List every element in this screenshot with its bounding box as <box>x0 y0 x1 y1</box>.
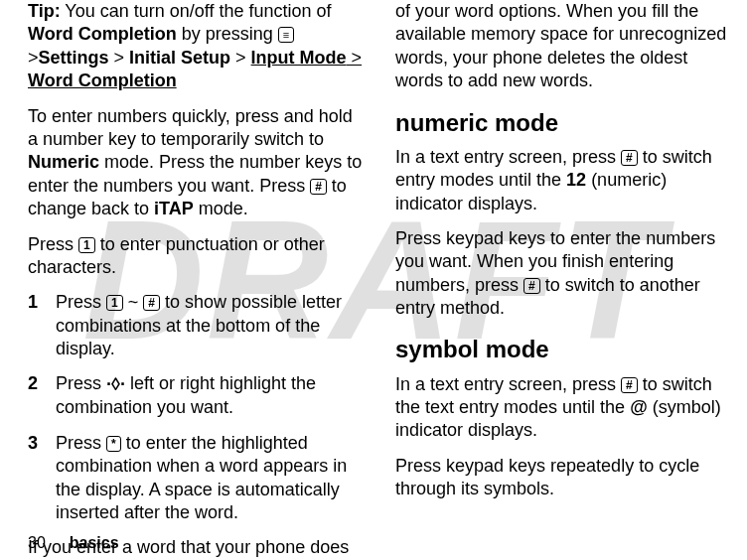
hash-key-icon: # <box>310 179 327 195</box>
step-number: 2 <box>28 372 56 419</box>
tip-gt2: > <box>109 48 130 68</box>
text: Press <box>56 373 106 393</box>
tip-label: Tip: <box>28 1 61 21</box>
text: mode. <box>194 199 248 218</box>
tip-word-completion-2: Word Completion <box>28 70 177 90</box>
symbol-mode-heading: symbol mode <box>395 334 733 364</box>
tip-text-1: You can turn on/off the function of <box>61 1 332 21</box>
text: To enter numbers quickly, press and hold… <box>28 106 353 149</box>
numeric-mode-p1: In a text entry screen, press # to switc… <box>395 146 733 215</box>
tip-gt4: > <box>347 48 363 68</box>
punctuation-paragraph: Press 1 to enter punctuation or other ch… <box>28 233 366 280</box>
step-number: 1 <box>28 291 56 360</box>
page-number: 30 <box>28 534 46 551</box>
step-1: 1 Press 1 ~ # to show possible letter co… <box>28 291 366 360</box>
step-2: 2 Press ·◊· left or right highlight the … <box>28 372 366 419</box>
step-3: 3 Press * to enter the highlighted combi… <box>28 432 366 525</box>
section-label: basics <box>70 534 119 551</box>
text: Press <box>56 292 106 312</box>
step-number: 3 <box>28 432 56 525</box>
step-body: Press * to enter the highlighted combina… <box>56 432 366 525</box>
indicator-12: 12 <box>566 170 586 190</box>
tip-initial-setup: Initial Setup <box>129 48 230 68</box>
symbol-mode-p2: Press keypad keys repeatedly to cycle th… <box>395 455 733 501</box>
one-key-icon: 1 <box>106 295 123 311</box>
tip-settings: Settings <box>39 48 109 68</box>
numeric-switch-paragraph: To enter numbers quickly, press and hold… <box>28 105 366 221</box>
hash-key-icon: # <box>621 377 638 393</box>
menu-key-icon <box>278 27 294 43</box>
indicator-at: @ <box>630 397 648 417</box>
tip-gt1: > <box>28 48 39 68</box>
star-key-icon: * <box>106 436 121 452</box>
text: Press <box>28 234 78 254</box>
steps-list: 1 Press 1 ~ # to show possible letter co… <box>28 291 366 524</box>
right-column: of your word options. When you fill the … <box>395 0 733 560</box>
text: In a text entry screen, press <box>395 147 621 167</box>
one-key-icon: 1 <box>78 237 95 253</box>
page-footer: 30basics <box>28 533 119 554</box>
numeric-mode-heading: numeric mode <box>395 107 733 138</box>
hash-key-icon: # <box>523 278 540 294</box>
tip-input-mode: Input Mode <box>251 48 347 68</box>
tip-gt3: > <box>230 48 251 68</box>
text: In a text entry screen, press <box>395 374 621 394</box>
numeric-mode-p2: Press keypad keys to enter the numbers y… <box>395 227 733 321</box>
continuation-paragraph: of your word options. When you fill the … <box>395 0 733 93</box>
step-body: Press ·◊· left or right highlight the co… <box>56 372 366 419</box>
itap-label: iTAP <box>154 199 194 218</box>
tilde: ~ <box>123 292 144 312</box>
text: Press <box>56 433 106 453</box>
hash-key-icon: # <box>143 295 160 311</box>
numeric-label: Numeric <box>28 152 99 172</box>
hash-key-icon: # <box>621 150 638 166</box>
page-content: Tip: You can turn on/off the function of… <box>0 0 747 560</box>
symbol-mode-p1: In a text entry screen, press # to switc… <box>395 373 733 443</box>
tip-word-completion: Word Completion <box>28 24 177 44</box>
step-body: Press 1 ~ # to show possible letter comb… <box>56 291 366 360</box>
left-column: Tip: You can turn on/off the function of… <box>28 0 366 560</box>
tip-paragraph: Tip: You can turn on/off the function of… <box>28 0 366 93</box>
tip-text-2: by pressing <box>177 24 278 44</box>
nav-key-icon: ·◊· <box>106 373 125 396</box>
